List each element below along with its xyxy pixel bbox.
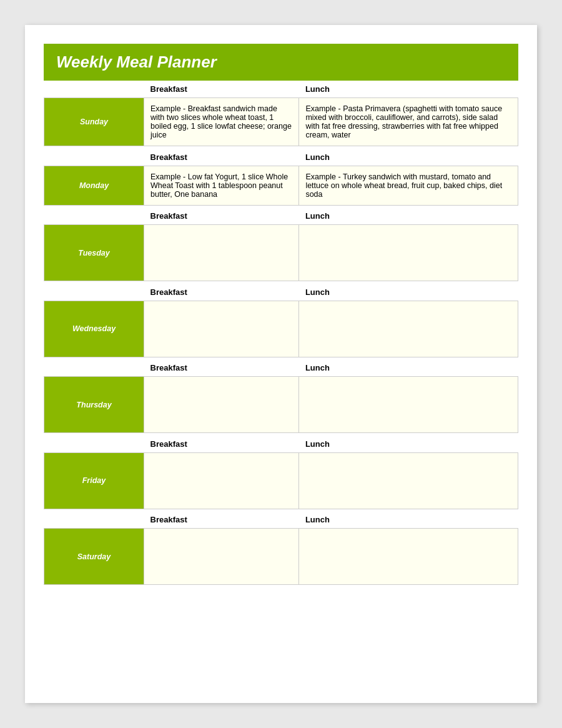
lunch-cell-monday[interactable]: Example - Turkey sandwich with mustard, … (299, 166, 518, 205)
header-banner: Weekly Meal Planner (44, 44, 518, 81)
col-header-day (44, 436, 144, 453)
col-header-breakfast: Breakfast (144, 511, 299, 529)
column-header-row: BreakfastLunch (44, 436, 518, 453)
breakfast-cell-saturday[interactable] (144, 529, 299, 585)
col-header-day (44, 359, 144, 377)
lunch-cell-friday[interactable] (299, 452, 518, 509)
col-header-lunch: Lunch (299, 436, 518, 453)
day-label-sunday: Sunday (44, 98, 144, 146)
breakfast-cell-tuesday[interactable] (144, 225, 299, 281)
breakfast-cell-wednesday[interactable] (144, 301, 299, 357)
lunch-cell-saturday[interactable] (299, 529, 518, 585)
column-header-row: BreakfastLunch (44, 359, 518, 377)
col-header-breakfast: Breakfast (144, 284, 299, 301)
column-header-row: BreakfastLunch (44, 149, 518, 166)
day-row: Saturday (44, 529, 518, 585)
col-header-day (44, 207, 144, 225)
col-header-breakfast: Breakfast (144, 359, 299, 377)
col-header-day (44, 284, 144, 301)
breakfast-cell-thursday[interactable] (144, 377, 299, 433)
day-label-saturday: Saturday (44, 529, 144, 585)
column-header-row: BreakfastLunch (44, 511, 518, 529)
lunch-cell-tuesday[interactable] (299, 225, 518, 281)
col-header-lunch: Lunch (299, 207, 518, 225)
day-row: Wednesday (44, 301, 518, 357)
col-header-lunch: Lunch (299, 511, 518, 529)
lunch-cell-thursday[interactable] (299, 377, 518, 433)
breakfast-cell-friday[interactable] (144, 452, 299, 509)
column-header-row: BreakfastLunch (44, 284, 518, 301)
col-header-lunch: Lunch (299, 149, 518, 166)
day-row: Friday (44, 452, 518, 509)
col-header-breakfast: Breakfast (144, 207, 299, 225)
day-row: MondayExample - Low fat Yogurt, 1 slice … (44, 166, 518, 205)
lunch-cell-wednesday[interactable] (299, 301, 518, 357)
day-row: SundayExample - Breakfast sandwich made … (44, 98, 518, 146)
day-label-wednesday: Wednesday (44, 301, 144, 357)
planner-table: BreakfastLunchSundayExample - Breakfast … (44, 81, 518, 585)
day-row: Tuesday (44, 225, 518, 281)
breakfast-cell-monday[interactable]: Example - Low fat Yogurt, 1 slice Whole … (144, 166, 299, 205)
day-label-thursday: Thursday (44, 377, 144, 433)
page: Weekly Meal Planner BreakfastLunchSunday… (25, 25, 537, 703)
column-header-row: BreakfastLunch (44, 81, 518, 98)
col-header-breakfast: Breakfast (144, 436, 299, 453)
column-header-row: BreakfastLunch (44, 207, 518, 225)
day-label-monday: Monday (44, 166, 144, 205)
lunch-cell-sunday[interactable]: Example - Pasta Primavera (spaghetti wit… (299, 98, 518, 146)
col-header-breakfast: Breakfast (144, 149, 299, 166)
col-header-lunch: Lunch (299, 284, 518, 301)
col-header-day (44, 149, 144, 166)
day-label-tuesday: Tuesday (44, 225, 144, 281)
col-header-lunch: Lunch (299, 359, 518, 377)
col-header-day (44, 81, 144, 98)
col-header-breakfast: Breakfast (144, 81, 299, 98)
col-header-day (44, 511, 144, 529)
day-label-friday: Friday (44, 452, 144, 509)
day-row: Thursday (44, 377, 518, 433)
page-title: Weekly Meal Planner (56, 52, 506, 72)
col-header-lunch: Lunch (299, 81, 518, 98)
breakfast-cell-sunday[interactable]: Example - Breakfast sandwich made with t… (144, 98, 299, 146)
